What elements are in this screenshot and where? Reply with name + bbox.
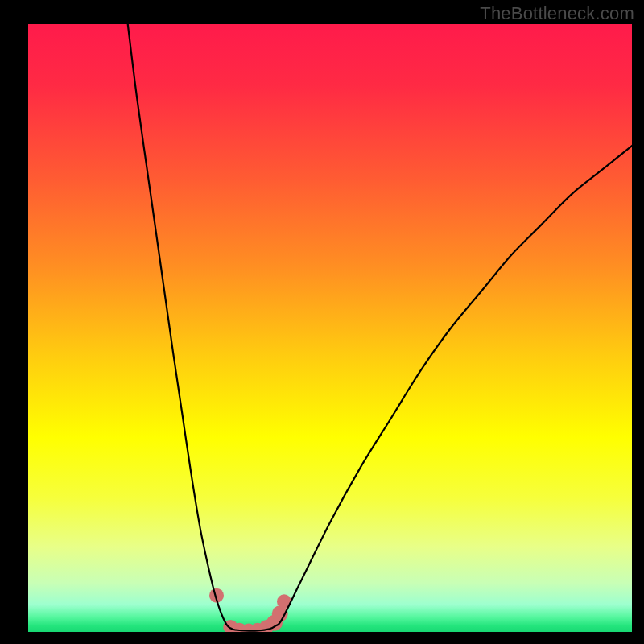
attribution-text: TheBottleneck.com: [480, 3, 634, 24]
chart-curve: [128, 24, 632, 631]
chart-markers: [209, 588, 291, 632]
chart-svg: [28, 24, 632, 632]
chart-plot-area: [28, 24, 632, 632]
